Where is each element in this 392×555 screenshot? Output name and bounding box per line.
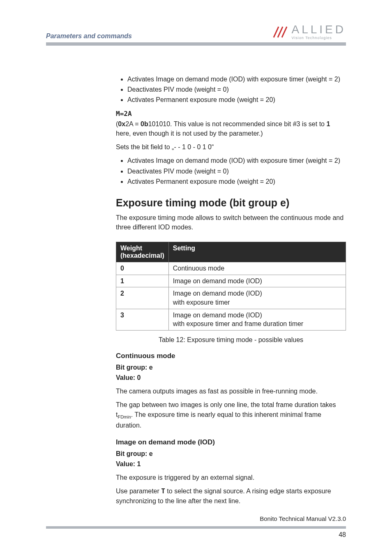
list-item: Deactivates PIV mode (weight = 0) bbox=[127, 85, 346, 94]
brand-logo: ALLIED Vision Technologies bbox=[272, 24, 346, 40]
section-label: Parameters and commands bbox=[46, 32, 132, 40]
heading-exposure-timing: Exposure timing mode (bit group e) bbox=[116, 197, 346, 209]
header-divider bbox=[46, 42, 346, 46]
list-item: Activates Permanent exposure mode (weigh… bbox=[127, 177, 346, 186]
value-label: Value: 0 bbox=[116, 373, 346, 382]
list-item: Activates Image on demand mode (IOD) wit… bbox=[127, 74, 346, 84]
cell-weight: 1 bbox=[116, 275, 169, 287]
cell-weight: 2 bbox=[116, 287, 169, 309]
body-text: The gap between two images is only one l… bbox=[116, 400, 346, 430]
footer-doc-title: Bonito Technical Manual V2.3.0 bbox=[46, 515, 346, 522]
code-label: M=2A bbox=[116, 110, 132, 118]
footer-divider bbox=[46, 526, 346, 529]
col-weight: Weight(hexadecimal) bbox=[116, 242, 169, 262]
bitgroup-label: Bit group: e bbox=[116, 449, 346, 458]
cell-setting: Image on demand mode (IOD)with exposure … bbox=[168, 287, 346, 309]
bullet-list-2: Activates Image on demand mode (IOD) wit… bbox=[116, 156, 346, 186]
logo-tagline: Vision Technologies bbox=[292, 36, 346, 40]
col-setting: Setting bbox=[168, 242, 346, 262]
table-row: 3Image on demand mode (IOD)with exposure… bbox=[116, 309, 346, 330]
heading-continuous-mode: Continuous mode bbox=[116, 352, 346, 360]
bitfield-text: Sets the bit field to „- - 1 0 - 0 1 0“ bbox=[116, 142, 346, 152]
logo-name: ALLIED bbox=[292, 24, 346, 35]
bullet-list-1: Activates Image on demand mode (IOD) wit… bbox=[116, 74, 346, 105]
body-text: Use parameter T to select the signal sou… bbox=[116, 486, 346, 505]
table-caption: Table 12: Exposure timing mode - possibl… bbox=[116, 336, 346, 344]
table-row: 0Continuous mode bbox=[116, 262, 346, 275]
exposure-timing-table: Weight(hexadecimal) Setting 0Continuous … bbox=[116, 242, 346, 331]
cell-setting: Continuous mode bbox=[168, 262, 346, 275]
list-item: Activates Image on demand mode (IOD) wit… bbox=[127, 156, 346, 165]
value-label: Value: 1 bbox=[116, 459, 346, 469]
cell-setting: Image on demand mode (IOD) bbox=[168, 275, 346, 287]
logo-stripes-icon bbox=[272, 25, 289, 39]
heading-iod-mode: Image on demand mode (IOD) bbox=[116, 438, 346, 446]
cell-weight: 0 bbox=[116, 262, 169, 275]
page-number: 48 bbox=[46, 531, 346, 539]
list-item: Activates Permanent exposure mode (weigh… bbox=[127, 95, 346, 104]
table-row: 1Image on demand mode (IOD) bbox=[116, 275, 346, 287]
body-text: The camera outputs images as fast as pos… bbox=[116, 386, 346, 396]
m2a-note: (0x2A = 0b101010. This value is not reco… bbox=[116, 119, 346, 138]
h2-description: The exposure timing mode allows to switc… bbox=[116, 213, 346, 232]
body-text: The exposure is triggered by an external… bbox=[116, 473, 346, 482]
cell-setting: Image on demand mode (IOD)with exposure … bbox=[168, 309, 346, 330]
bitgroup-label: Bit group: e bbox=[116, 363, 346, 372]
table-row: 2Image on demand mode (IOD)with exposure… bbox=[116, 287, 346, 309]
list-item: Deactivates PIV mode (weight = 0) bbox=[127, 166, 346, 176]
cell-weight: 3 bbox=[116, 309, 169, 330]
